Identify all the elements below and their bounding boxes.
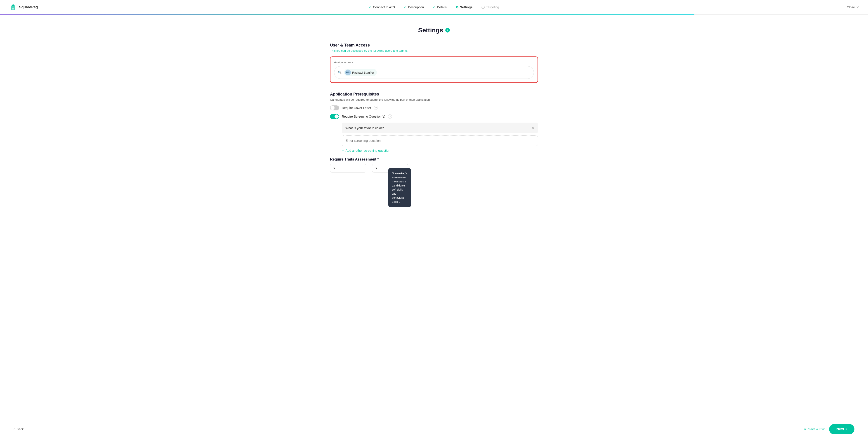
question-item: What is your favorite color? ✕ [342,123,538,133]
main-content: Settings i User & Team Access This job c… [326,15,542,209]
svg-rect-2 [12,8,14,9]
right-actions: ✏ Save & Exit Next › [804,424,855,434]
back-button[interactable]: ‹ Back [13,427,24,431]
plus-icon: + [342,148,344,153]
screening-questions-row: Require Screening Question(s) ? [330,114,538,119]
search-icon: 🔍 [338,71,342,74]
circle-icon [482,6,485,9]
user-tag: RS Rachael Stauffer [344,69,377,76]
step-details[interactable]: ✓ Details [433,5,447,9]
screening-questions-toggle[interactable] [330,114,339,119]
check-icon-3: ✓ [433,5,436,9]
step-settings[interactable]: ⚙ Settings [456,5,472,9]
check-icon: ✓ [369,5,372,9]
application-prerequisites-section: Application Prerequisites Candidates wil… [330,92,538,173]
page-title: Settings [418,27,443,34]
next-label: Next [836,427,844,431]
screening-question-input[interactable] [342,135,538,146]
next-button[interactable]: Next › [829,424,855,434]
step-description[interactable]: ✓ Description [404,5,424,9]
screening-questions-area: What is your favorite color? ✕ + Add ano… [342,123,538,153]
logo-icon [9,3,17,11]
prereq-subtitle: Candidates will be required to submit th… [330,98,538,101]
close-label: Close [847,5,855,9]
prereq-title: Application Prerequisites [330,92,538,97]
gear-icon: ⚙ [456,5,459,9]
svg-marker-1 [11,4,16,6]
traits-row: ▾ ▾ SquarePeg's assessment measures a ca… [330,164,538,173]
screening-questions-label: Require Screening Question(s) [342,115,385,118]
user-team-access-subtitle: This job can be accessed by the followin… [330,49,538,53]
back-chevron-icon: ‹ [13,427,15,431]
header: SquarePeg ✓ Connect to ATS ✓ Description… [0,0,868,14]
save-exit-button[interactable]: ✏ Save & Exit [804,427,825,431]
screening-questions-help-icon[interactable]: ? [388,114,392,119]
step-settings-label: Settings [460,5,472,9]
step-connect-ats-label: Connect to ATS [373,5,395,9]
tooltip-text: SquarePeg's assessment measures a candid… [392,172,407,203]
check-icon-2: ✓ [404,5,407,9]
avatar: RS [345,70,351,75]
cover-letter-label: Require Cover Letter [342,106,371,110]
user-team-access-section: User & Team Access This job can be acces… [330,43,538,83]
step-nav: ✓ Connect to ATS ✓ Description ✓ Details… [369,5,499,9]
bottom-bar: ‹ Back ✏ Save & Exit Next › [0,420,868,438]
divider [369,164,369,173]
traits-assessment-section: Require Traits Assessment * ▾ ▾ SquarePe… [330,157,538,173]
logo-text: SquarePeg [19,5,38,9]
pencil-icon: ✏ [804,427,807,431]
save-exit-label: Save & Exit [808,427,825,431]
add-screening-question-button[interactable]: + Add another screening question [342,148,390,153]
traits-select[interactable]: ▾ [330,164,366,172]
assign-access-label: Assign access [334,61,534,64]
assign-access-input[interactable]: 🔍 RS Rachael Stauffer [334,66,534,79]
step-description-label: Description [408,5,424,9]
add-question-label: Add another screening question [346,149,391,153]
close-button[interactable]: Close ✕ [847,5,859,9]
user-team-access-title: User & Team Access [330,43,538,48]
step-details-label: Details [437,5,447,9]
logo[interactable]: SquarePeg [9,3,38,11]
assign-access-box: Assign access 🔍 RS Rachael Stauffer [330,57,538,83]
close-icon: ✕ [856,5,859,9]
cover-letter-row: Require Cover Letter ? [330,105,538,110]
traits-label: Require Traits Assessment * [330,157,538,161]
step-connect-ats[interactable]: ✓ Connect to ATS [369,5,395,9]
step-targeting[interactable]: Targeting [482,5,499,9]
next-chevron-icon: › [846,427,847,431]
user-name: Rachael Stauffer [352,71,374,74]
cover-letter-toggle[interactable] [330,105,339,110]
traits-tooltip: SquarePeg's assessment measures a candid… [388,168,411,207]
back-label: Back [17,427,24,431]
info-icon[interactable]: i [445,28,450,33]
step-targeting-label: Targeting [486,5,499,9]
question-text: What is your favorite color? [345,126,531,130]
page-title-row: Settings i [330,27,538,34]
cover-letter-help-icon[interactable]: ? [374,106,378,110]
question-remove-icon[interactable]: ✕ [531,126,534,130]
